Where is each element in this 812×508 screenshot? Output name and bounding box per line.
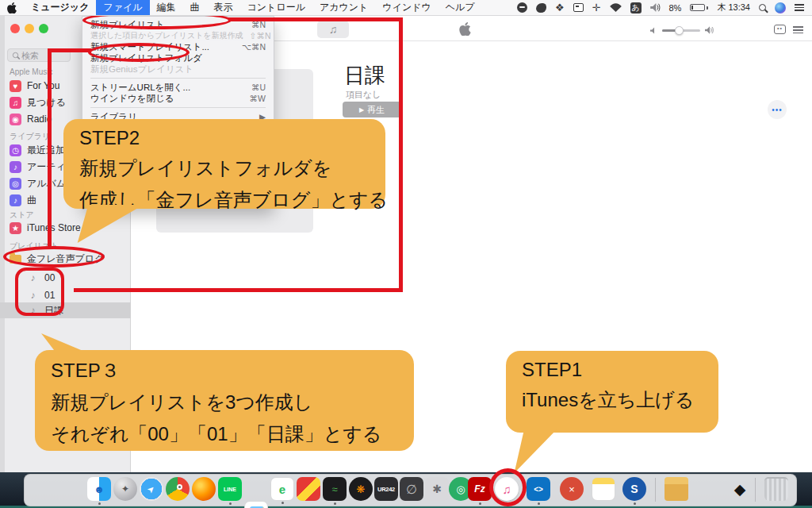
annotation-rect-playlists <box>15 267 64 316</box>
dock-media-player-icon[interactable] <box>297 477 320 501</box>
apple-menu[interactable] <box>0 2 24 13</box>
chat-status-icon[interactable] <box>517 2 527 13</box>
arrows-status-icon[interactable]: ✛ <box>592 2 601 13</box>
input-method-icon[interactable]: あ <box>630 2 642 13</box>
close-window-button[interactable] <box>10 24 20 33</box>
dock-firefox-icon[interactable] <box>192 477 216 501</box>
atom-icon: ◎ <box>456 483 465 495</box>
sidebar-item-label: 見つける <box>27 96 66 110</box>
sidebar-item-label: For You <box>27 80 59 91</box>
rocket-icon: ✦ <box>121 483 129 495</box>
menu-app-name[interactable]: ミュージック <box>24 0 96 15</box>
step1-line1: iTunesを立ち上げる <box>522 387 703 413</box>
dropbox-icon[interactable]: ❖ <box>555 2 565 13</box>
zoom-window-button[interactable] <box>39 24 48 33</box>
notification-center-icon[interactable] <box>795 4 804 11</box>
remote-arrows-icon: × <box>569 483 575 495</box>
menu-item-new-genius-playlist: 新規Geniusプレイリスト <box>82 64 274 75</box>
media-kind-music-tab[interactable]: ♫ <box>317 21 349 38</box>
dock-finder-icon[interactable]: ☻ <box>87 477 111 501</box>
dock-system-preferences-icon[interactable]: ✱ <box>425 477 449 501</box>
menu-controls[interactable]: コントロール <box>240 0 312 15</box>
volume-slider[interactable] <box>650 26 714 34</box>
dock-evernote-icon[interactable]: e <box>270 477 294 501</box>
menu-help[interactable]: ヘルプ <box>439 0 482 15</box>
annotation-ellipse-new-playlist-folder <box>88 43 190 62</box>
lyrics-bubble-icon[interactable]: •• <box>774 25 786 34</box>
section-store: ストア <box>10 210 34 221</box>
menu-shortcut: ⌘U <box>251 83 266 92</box>
volume-track[interactable] <box>662 29 700 32</box>
up-next-icon[interactable] <box>793 26 803 33</box>
dock-inkscape-icon[interactable]: ◆ <box>728 477 752 501</box>
annotation-line-top <box>228 17 403 21</box>
music-note-icon: ♫ <box>10 97 21 109</box>
sidebar-item-label: アルバム <box>27 177 66 190</box>
play-button[interactable]: ▶ 再生 <box>343 102 401 117</box>
dock-remote-desktop-icon[interactable]: × <box>560 477 584 501</box>
menu-clock: 木 13:34 <box>717 2 750 13</box>
menu-view[interactable]: 表示 <box>207 0 240 15</box>
menu-item-close-window[interactable]: ウインドウを閉じる ⌘W <box>82 93 274 104</box>
step2-bubble: STEP2 新規プレイリストフォルダを 作成し「金フレ音声ブログ」とする <box>63 119 385 209</box>
s-logo: S <box>630 483 638 495</box>
play-icon: ▶ <box>359 106 364 114</box>
annotation-line-right <box>399 17 403 292</box>
playlist-item-count: 項目なし <box>346 89 381 101</box>
waveform-icon: ≈ <box>331 483 337 495</box>
dock-audio-app-icon[interactable]: ≈ <box>323 477 347 501</box>
filezilla-logo: Fz <box>474 483 485 495</box>
dock-folder-icon[interactable] <box>665 477 688 501</box>
dock-ur242-icon[interactable]: UR242 <box>374 477 398 501</box>
sidebar-item-label: 曲 <box>27 194 36 207</box>
dock-separator <box>655 478 656 502</box>
dock-vscode-icon[interactable]: <> <box>527 477 550 501</box>
section-apple-music: Apple Music <box>10 67 52 76</box>
menu-edit[interactable]: 編集 <box>150 0 183 15</box>
wifi-icon[interactable] <box>610 3 622 12</box>
lcd-apple-logo <box>459 22 471 39</box>
volume-icon[interactable] <box>650 3 661 12</box>
step3-line1: 新規プレイリストを3つ作成し <box>51 390 398 415</box>
step3-bubble: STEP３ 新規プレイリストを3つ作成し それぞれ「00」「01」「日課」とする <box>35 350 414 451</box>
finder-face-icon: ☻ <box>94 483 105 495</box>
song-note-icon: ♪ <box>10 194 21 206</box>
volume-knob[interactable] <box>675 26 684 35</box>
menu-item-open-stream-url[interactable]: ストリームURLを開く... ⌘U <box>82 82 274 93</box>
dock-notes-icon[interactable] <box>592 477 615 501</box>
siri-icon[interactable] <box>775 2 786 13</box>
dock-safari-icon[interactable]: ➤ <box>140 477 163 501</box>
radio-icon: ◉ <box>10 114 21 125</box>
menu-shortcut: ⌘W <box>250 94 266 103</box>
menu-file[interactable]: ファイル <box>96 0 149 15</box>
menu-item-new-playlist-from-selection: 選択した項目からプレイリストを新規作成 ⇧⌘N <box>82 30 274 41</box>
dock-fl-studio-icon[interactable]: ❋ <box>349 477 373 501</box>
dock-line-icon[interactable]: LINE <box>218 477 242 501</box>
menu-bar-status: ❖ ✛ あ 8% 木 13:34 <box>517 2 812 13</box>
step1-bubble: STEP1 iTunesを立ち上げる <box>506 351 718 433</box>
minimize-window-button[interactable] <box>25 24 34 33</box>
menu-account[interactable]: アカウント <box>312 0 375 15</box>
bird-status-icon[interactable] <box>536 3 546 13</box>
dock-launchpad-icon[interactable]: ✦ <box>113 477 137 501</box>
dock-trash-icon[interactable] <box>764 477 788 501</box>
dock-blocked-app-icon[interactable]: ∅ <box>400 477 423 501</box>
window-status-icon[interactable] <box>573 3 584 12</box>
dock-photos-icon[interactable] <box>244 501 268 508</box>
menu-window[interactable]: ウインドウ <box>375 0 438 15</box>
compass-icon: ➤ <box>145 483 158 495</box>
menu-bar-left: ミュージック ファイル 編集 曲 表示 コントロール アカウント ウインドウ ヘ… <box>0 0 482 15</box>
more-options-button[interactable]: ••• <box>768 100 787 119</box>
dock-chrome-icon[interactable] <box>166 477 190 501</box>
elephant-icon: e <box>279 483 285 496</box>
microphone-icon: ♪ <box>10 161 21 173</box>
star-icon: ★ <box>10 222 21 234</box>
volume-max-icon <box>705 26 714 34</box>
playlist-title: 日課 <box>344 62 385 90</box>
step1-title: STEP1 <box>522 359 703 381</box>
dock-s-browser-icon[interactable]: S <box>622 477 646 501</box>
spotlight-icon[interactable] <box>759 4 766 11</box>
menu-item-label: 新規Geniusプレイリスト <box>90 64 193 75</box>
dock-filezilla-icon[interactable]: Fz <box>468 477 492 501</box>
menu-song[interactable]: 曲 <box>183 0 207 15</box>
